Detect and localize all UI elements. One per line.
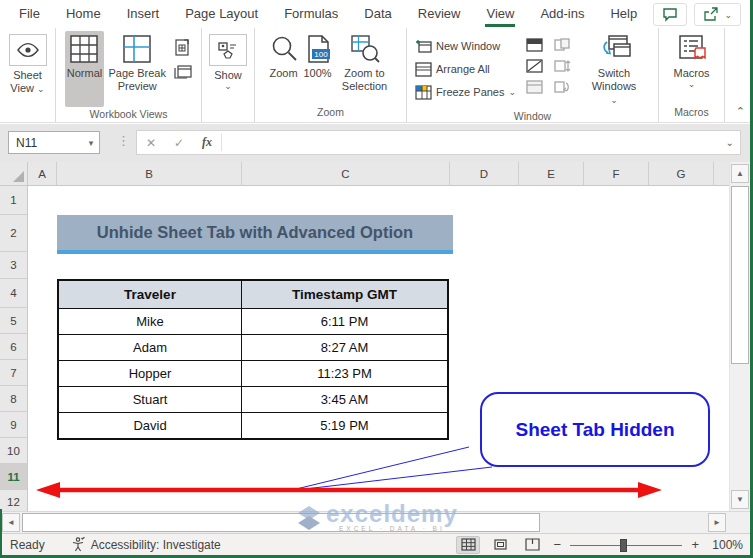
show-button[interactable]: Show ⌄ — [207, 31, 249, 93]
name-box[interactable]: N11 ▾ — [8, 131, 100, 154]
column-header-f[interactable]: F — [584, 162, 649, 185]
new-window-button[interactable]: New Window — [415, 37, 516, 55]
row-header-9[interactable]: 9 — [0, 412, 28, 438]
ribbon-tab-bar: File Home Insert Page Layout Formulas Da… — [0, 0, 753, 28]
row-header-1[interactable]: 1 — [0, 186, 28, 215]
zoom-slider-thumb[interactable] — [620, 539, 627, 552]
zoom-100-button[interactable]: 100 100% — [301, 31, 335, 83]
tab-help[interactable]: Help — [597, 0, 650, 28]
column-header-a[interactable]: A — [28, 162, 57, 185]
share-icon — [703, 7, 719, 22]
freeze-panes-icon — [415, 85, 432, 100]
status-page-break-view-button[interactable] — [520, 536, 544, 554]
macros-button[interactable]: Macros ⌄ — [671, 31, 711, 91]
status-normal-view-button[interactable] — [456, 536, 480, 554]
tab-file[interactable]: File — [6, 0, 53, 28]
enter-icon[interactable]: ✓ — [165, 136, 193, 150]
arrange-all-button[interactable]: Arrange All — [415, 60, 516, 78]
row-header-7[interactable]: 7 — [0, 360, 28, 386]
column-header-e[interactable]: E — [519, 162, 584, 185]
row-header-11-active[interactable]: 11 — [0, 464, 28, 490]
macros-icon — [676, 34, 708, 64]
column-header-d[interactable]: D — [450, 162, 519, 185]
reset-window-position-icon[interactable] — [553, 80, 571, 94]
custom-views-icon[interactable] — [174, 64, 192, 80]
tab-formulas[interactable]: Formulas — [271, 0, 351, 28]
row-header-3[interactable]: 3 — [0, 252, 28, 279]
sheet-tab-hidden-callout: Sheet Tab Hidden — [480, 392, 710, 467]
page-break-preview-button[interactable]: Page Break Preview — [104, 31, 170, 107]
row-header-6[interactable]: 6 — [0, 334, 28, 360]
tab-page-layout[interactable]: Page Layout — [172, 0, 271, 28]
column-header-g[interactable]: G — [649, 162, 714, 185]
group-window: New Window Arrange All Freeze Panes ⌄ — [407, 28, 659, 122]
comments-button[interactable] — [653, 3, 687, 26]
view-side-by-side-icon[interactable] — [553, 38, 571, 52]
zoom-button[interactable]: Zoom — [267, 31, 301, 83]
status-mode: Ready — [10, 538, 45, 552]
scroll-up-icon[interactable]: ▲ — [731, 164, 749, 183]
vertical-scrollbar-thumb[interactable] — [731, 186, 749, 364]
normal-grid-icon — [69, 34, 99, 64]
row-header-2[interactable]: 2 — [0, 215, 28, 252]
hide-window-icon[interactable] — [526, 59, 543, 73]
chevron-down-icon: ⌄ — [224, 82, 232, 90]
page-break-preview-icon — [122, 34, 152, 64]
sheet-view-button[interactable]: Sheet View ⌄ — [6, 31, 50, 98]
scroll-down-icon[interactable]: ▼ — [731, 490, 749, 509]
zoom-in-icon[interactable]: + — [690, 537, 700, 552]
tab-insert[interactable]: Insert — [114, 0, 173, 28]
freeze-panes-button[interactable]: Freeze Panes ⌄ — [415, 83, 516, 101]
column-header-b[interactable]: B — [57, 162, 242, 185]
formula-bar-drag-handle[interactable]: ⋮ — [117, 133, 130, 148]
accessibility-status[interactable]: Accessibility: Investigate — [71, 537, 221, 552]
window-frame-left — [0, 509, 2, 558]
zoom-out-icon[interactable]: − — [552, 537, 562, 552]
scroll-right-icon[interactable]: ► — [708, 513, 726, 532]
scroll-left-icon[interactable]: ◄ — [2, 513, 20, 532]
row-header-10[interactable]: 10 — [0, 438, 28, 464]
zoom-slider[interactable] — [570, 538, 682, 552]
row-header-4[interactable]: 4 — [0, 279, 28, 308]
formula-bar-row: N11 ▾ ⋮ ✕ ✓ fx ⌄ — [0, 124, 753, 162]
horizontal-scrollbar[interactable]: ◄ ► — [0, 511, 750, 533]
status-bar: Ready Accessibility: Investigate − + — [0, 533, 753, 555]
zoom-to-selection-button[interactable]: Zoom to Selection — [335, 31, 395, 96]
sheet-grid[interactable]: Unhide Sheet Tab with Advanced Option Tr… — [28, 186, 729, 511]
normal-view-button[interactable]: Normal — [65, 31, 104, 107]
group-label-window: Window — [407, 109, 658, 123]
status-zoom-level[interactable]: 100% — [712, 538, 743, 552]
cancel-icon[interactable]: ✕ — [137, 136, 165, 150]
expand-formula-bar-icon[interactable]: ⌄ — [726, 137, 734, 148]
row-header-8[interactable]: 8 — [0, 386, 28, 412]
row-header-12[interactable]: 12 — [0, 490, 28, 511]
page-layout-view-icon[interactable] — [174, 39, 192, 56]
select-all-corner[interactable] — [0, 162, 28, 186]
horizontal-scrollbar-thumb[interactable] — [22, 513, 540, 532]
insert-function-icon[interactable]: fx — [193, 135, 221, 150]
split-icon[interactable] — [526, 38, 543, 52]
share-button[interactable]: ⌄ — [694, 3, 741, 26]
group-workbook-views: Normal Page Break Preview W — [56, 28, 202, 122]
tab-add-ins[interactable]: Add-ins — [527, 0, 597, 28]
tab-review[interactable]: Review — [405, 0, 474, 28]
vertical-scrollbar[interactable]: ▲ ▼ — [729, 162, 750, 511]
column-header-c[interactable]: C — [242, 162, 450, 185]
tab-home[interactable]: Home — [53, 0, 114, 28]
group-label-macros: Macros — [659, 105, 724, 122]
status-page-layout-view-button[interactable] — [488, 536, 512, 554]
synchronous-scrolling-icon[interactable] — [553, 59, 571, 73]
column-headers: A B C D E F G — [28, 162, 729, 186]
tab-data[interactable]: Data — [351, 0, 404, 28]
tab-view[interactable]: View — [473, 0, 527, 28]
chevron-down-icon: ⌄ — [610, 96, 618, 104]
collapse-ribbon-icon[interactable]: ⌃ — [736, 105, 745, 118]
name-box-dropdown-icon[interactable]: ▾ — [83, 138, 99, 148]
select-all-triangle-icon — [13, 171, 24, 182]
arrange-all-icon — [415, 62, 432, 77]
formula-bar[interactable]: ✕ ✓ fx ⌄ — [136, 130, 741, 155]
row-header-5[interactable]: 5 — [0, 308, 28, 334]
chevron-down-icon: ⌄ — [508, 88, 516, 96]
unhide-window-icon[interactable] — [526, 80, 543, 94]
switch-windows-button[interactable]: Switch Windows ⌄ — [585, 31, 643, 109]
